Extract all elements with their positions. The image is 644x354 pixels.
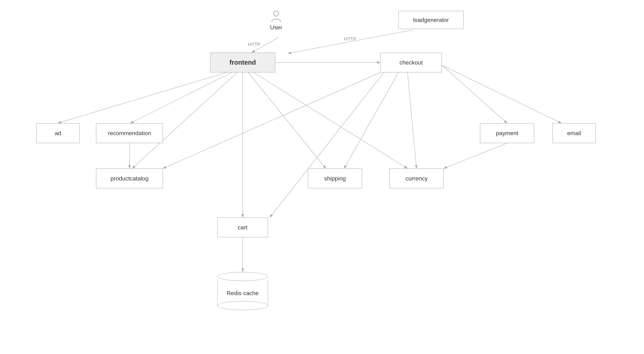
cylinder-top: [217, 272, 268, 281]
productcatalog-label: productcatalog: [110, 175, 148, 182]
recommendation-label: recommendation: [108, 130, 151, 137]
svg-line-13: [408, 73, 416, 168]
frontend-node: frontend: [210, 53, 275, 73]
ad-label: ad: [55, 130, 61, 137]
cart-node: cart: [217, 217, 268, 237]
svg-line-14: [270, 73, 384, 217]
recommendation-node: recommendation: [96, 123, 163, 143]
redis-node: Redis cache: [217, 272, 268, 306]
svg-line-17: [444, 143, 507, 168]
loadgenerator-node: loadgenerator: [398, 11, 464, 29]
loadgenerator-label: loadgenerator: [413, 17, 449, 23]
svg-line-16: [442, 65, 562, 123]
svg-point-19: [274, 11, 279, 16]
svg-line-4: [58, 73, 226, 123]
payment-node: payment: [480, 123, 534, 143]
checkout-label: checkout: [400, 59, 423, 66]
svg-line-6: [132, 73, 237, 168]
ad-node: ad: [36, 123, 80, 143]
svg-line-12: [344, 73, 398, 168]
svg-line-9: [254, 73, 408, 168]
http-user-label: HTTP: [248, 42, 260, 47]
frontend-label: frontend: [230, 59, 256, 66]
cylinder-bottom-ellipse: [217, 301, 268, 310]
cart-label: cart: [238, 224, 248, 231]
currency-node: currency: [389, 168, 444, 188]
http-loadgen-label: HTTP: [344, 36, 356, 42]
user-label: User: [270, 24, 282, 31]
shipping-label: shipping: [324, 175, 346, 182]
currency-label: currency: [406, 175, 428, 182]
checkout-node: checkout: [380, 53, 442, 73]
cylinder-body: Redis cache: [217, 281, 268, 306]
productcatalog-node: productcatalog: [96, 168, 163, 188]
email-label: email: [567, 130, 581, 137]
email-node: email: [552, 123, 596, 143]
shipping-node: shipping: [308, 168, 362, 188]
svg-line-8: [248, 73, 326, 168]
payment-label: payment: [496, 130, 518, 137]
user-node: User: [270, 10, 282, 31]
user-icon: [270, 10, 282, 23]
redis-label: Redis cache: [227, 290, 258, 296]
svg-line-15: [440, 63, 507, 123]
diagram-container: HTTP HTTP User loadgenerator frontend ch…: [0, 0, 644, 354]
svg-line-5: [130, 73, 232, 123]
svg-line-11: [163, 73, 380, 168]
